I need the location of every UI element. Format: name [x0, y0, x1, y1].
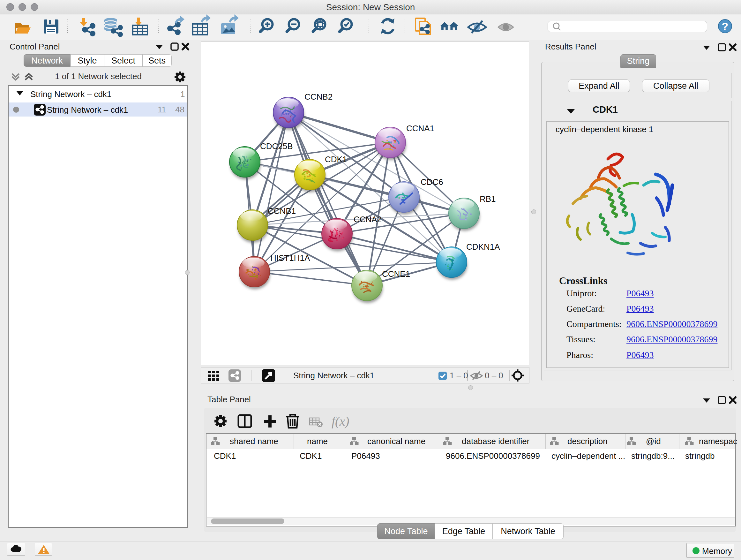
svg-text:CDKN1A: CDKN1A: [466, 242, 500, 252]
svg-text:HIST1H1A: HIST1H1A: [270, 253, 310, 263]
svg-text:CDK1: CDK1: [325, 154, 347, 164]
svg-text:CCNA2: CCNA2: [354, 214, 382, 224]
svg-text:CCNB1: CCNB1: [268, 206, 296, 216]
svg-text:String Network – cdk1: String Network – cdk1: [293, 371, 374, 380]
svg-text:f(x): f(x): [332, 414, 349, 428]
svg-text:?: ?: [722, 20, 729, 32]
svg-text:CCNB2: CCNB2: [305, 92, 333, 102]
svg-text:CDC6: CDC6: [421, 177, 443, 187]
svg-text:CDC25B: CDC25B: [260, 141, 293, 151]
svg-text:CCNA1: CCNA1: [406, 124, 434, 133]
svg-text:0 – 0: 0 – 0: [485, 371, 503, 380]
svg-text:1 – 0: 1 – 0: [450, 371, 468, 380]
svg-text:CCNE1: CCNE1: [382, 269, 410, 279]
svg-text:RB1: RB1: [480, 194, 496, 204]
